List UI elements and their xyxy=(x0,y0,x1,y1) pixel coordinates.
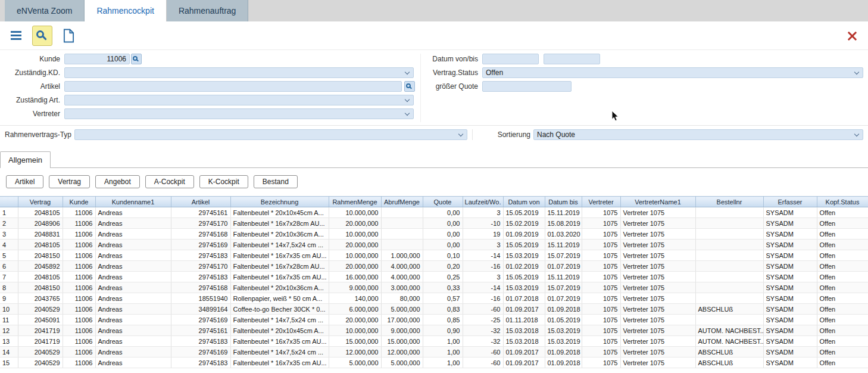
column-header[interactable]: RahmenMenge xyxy=(329,197,381,207)
cell: 3 xyxy=(463,272,503,282)
cell xyxy=(381,218,423,229)
cell: 15.07.2019 xyxy=(545,282,582,293)
tab-enventa-zoom[interactable]: eNVenta Zoom xyxy=(5,0,85,21)
table-row[interactable]: 5204815011006Andreas29745183Faltenbeutel… xyxy=(0,250,868,261)
cell: SYSADM xyxy=(763,240,817,250)
table-row[interactable]: 14204052911006Andreas29745169Faltenbeute… xyxy=(0,347,868,358)
close-button[interactable] xyxy=(842,26,862,46)
cell: SYSADM xyxy=(763,218,817,229)
table-row[interactable]: 7204810511006Andreas29745183Faltenbeutel… xyxy=(0,272,868,282)
filter-column-right: Datum von/bis Vertrag.Status Offen größe… xyxy=(420,54,863,122)
cell: 2043765 xyxy=(18,293,63,304)
datum-bis-input[interactable] xyxy=(544,54,600,64)
cell: 17.000,000 xyxy=(381,315,423,325)
table-row[interactable]: 11204509111006Andreas29745169Faltenbeute… xyxy=(0,315,868,325)
column-header[interactable]: Bezeichnung xyxy=(230,197,329,207)
kunde-lookup-button[interactable] xyxy=(131,54,142,64)
table-row[interactable]: 3204883111006Andreas29745168Faltenbeutel… xyxy=(0,229,868,240)
vertrag-button[interactable]: Vertrag xyxy=(49,175,90,188)
cell: 0,00 xyxy=(423,207,463,218)
column-header[interactable]: Artikel xyxy=(171,197,230,207)
zustaendig-art-select[interactable] xyxy=(64,95,414,105)
menu-button[interactable] xyxy=(6,26,26,46)
artikel-input[interactable] xyxy=(64,81,402,92)
table-row[interactable]: 6204589211006Andreas29745170Faltenbeutel… xyxy=(0,261,868,272)
vertreter-label: Vertreter xyxy=(5,110,64,118)
column-header[interactable]: Kopf.Status xyxy=(817,197,868,207)
cell: 1,00 xyxy=(423,336,463,347)
table-row[interactable]: 2204890611006Andreas29745170Faltenbeutel… xyxy=(0,218,868,229)
cell: ABSCHLUß xyxy=(695,347,763,358)
cell: 15.03.2019 xyxy=(503,250,545,261)
cell: SYSADM xyxy=(763,229,817,240)
artikel-button[interactable]: Artikel xyxy=(6,175,43,188)
vertrag-status-select[interactable]: Offen xyxy=(482,67,863,78)
search-button[interactable] xyxy=(32,26,52,46)
column-header[interactable]: Vertrag xyxy=(18,197,63,207)
table-row[interactable]: 4204810511006Andreas29745169Faltenbeutel… xyxy=(0,240,868,250)
cell: 1,00 xyxy=(423,358,463,368)
cell: Coffee-to-go Becher 30CK * 0... xyxy=(230,304,329,315)
artikel-lookup-button[interactable] xyxy=(404,81,415,92)
column-header[interactable]: Kunde xyxy=(63,197,95,207)
sortierung-select[interactable]: Nach Quote xyxy=(533,129,863,140)
tab-rahmencockpit[interactable]: Rahmencockpit xyxy=(85,0,167,21)
k-cockpit-button[interactable]: K-Cockpit xyxy=(199,175,248,188)
table-row[interactable]: 10204052911006Andreas34899164Coffee-to-g… xyxy=(0,304,868,315)
cell: Andreas xyxy=(95,261,171,272)
cell: 15.03.2019 xyxy=(545,325,582,336)
cell: 29745169 xyxy=(171,315,230,325)
cell: 01.09.2017 xyxy=(503,304,545,315)
cell: Offen xyxy=(817,315,868,325)
cell: SYSADM xyxy=(763,250,817,261)
cell: Offen xyxy=(817,261,868,272)
cell: 19 xyxy=(463,229,503,240)
cell: 1075 xyxy=(582,207,620,218)
cell: SYSADM xyxy=(763,358,817,368)
vertreter-select[interactable] xyxy=(64,108,414,119)
new-document-button[interactable] xyxy=(58,26,79,46)
cell: 10.000,000 xyxy=(329,250,381,261)
datum-von-input[interactable] xyxy=(482,54,539,64)
vertrag-status-label: Vertrag.Status xyxy=(421,69,482,77)
a-cockpit-button[interactable]: A-Cockpit xyxy=(145,175,194,188)
tab-rahmenauftrag[interactable]: Rahmenauftrag xyxy=(167,0,249,21)
table-row[interactable]: 12204171911006Andreas29745161Faltenbeute… xyxy=(0,325,868,336)
cell: 2040529 xyxy=(18,304,63,315)
cell: 8 xyxy=(0,282,18,293)
cell: 2 xyxy=(0,218,18,229)
column-header[interactable]: Datum von xyxy=(503,197,545,207)
bestand-button[interactable]: Bestand xyxy=(254,175,298,188)
table-row[interactable]: 1204810511006Andreas29745161Faltenbeutel… xyxy=(0,207,868,218)
groesser-quote-input[interactable] xyxy=(482,81,572,92)
column-header[interactable]: Laufzeit/Wo. xyxy=(463,197,503,207)
column-header[interactable]: Quote xyxy=(423,197,463,207)
angebot-button[interactable]: Angebot xyxy=(95,175,140,188)
column-header[interactable] xyxy=(0,197,18,207)
cell: Andreas xyxy=(95,304,171,315)
cell: Andreas xyxy=(95,358,171,368)
zustaendig-kd-select[interactable] xyxy=(64,67,414,78)
cell: Vertreter 1075 xyxy=(620,250,695,261)
rahmenvertrags-typ-select[interactable] xyxy=(74,129,467,140)
cell: 0,00 xyxy=(423,229,463,240)
results-grid-wrap: VertragKundeKundenname1ArtikelBezeichnun… xyxy=(0,196,868,368)
table-row[interactable]: 13204171911006Andreas29745183Faltenbeute… xyxy=(0,336,868,347)
column-header[interactable]: Vertreter xyxy=(582,197,620,207)
cell: 1075 xyxy=(582,358,620,368)
table-row[interactable]: 8204815011006Andreas29745168Faltenbeutel… xyxy=(0,282,868,293)
cell: 11006 xyxy=(63,250,95,261)
column-header[interactable]: Erfasser xyxy=(763,197,817,207)
table-row[interactable]: 9204376511006Andreas18551940Rollenpapier… xyxy=(0,293,868,304)
tab-allgemein[interactable]: Allgemein xyxy=(0,151,51,168)
column-header[interactable]: AbrufMenge xyxy=(381,197,423,207)
column-header[interactable]: Kundenname1 xyxy=(95,197,171,207)
kunde-input[interactable] xyxy=(64,54,130,64)
cell: 2041719 xyxy=(18,325,63,336)
table-row[interactable]: 15204052911006Andreas29745183Faltenbeute… xyxy=(0,358,868,368)
cell: 15.000,000 xyxy=(329,336,381,347)
column-header[interactable]: Datum bis xyxy=(545,197,582,207)
column-header[interactable]: VertreterName1 xyxy=(620,197,695,207)
column-header[interactable]: Bestellnr xyxy=(695,197,763,207)
cell: Vertreter 1075 xyxy=(620,358,695,368)
